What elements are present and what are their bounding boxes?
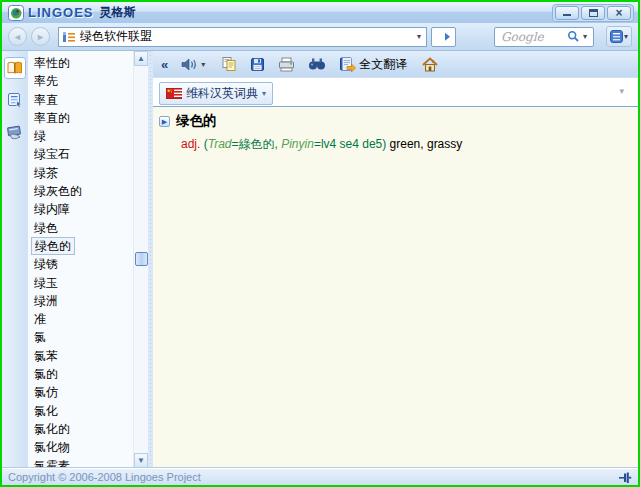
list-item[interactable]: 绿宝石: [28, 145, 133, 163]
dictionary-toolbar: « ▾: [153, 51, 638, 78]
list-item[interactable]: 绿玉: [28, 274, 133, 292]
google-engine-dropdown-icon[interactable]: ▾: [580, 32, 590, 41]
list-item[interactable]: 氯霉素: [28, 457, 133, 468]
reference-mode-button[interactable]: [4, 121, 26, 143]
search-dropdown-icon[interactable]: ▾: [414, 32, 424, 41]
dictionary-tab[interactable]: 维科汉英词典 ▾: [159, 82, 273, 105]
speaker-icon: [181, 57, 198, 72]
scroll-down-icon: ▼: [137, 456, 145, 465]
expand-triangle-glyph: ▶: [162, 118, 167, 125]
dictionary-list-dropdown-icon[interactable]: ▾: [619, 82, 632, 96]
google-search-input[interactable]: Google ▾: [494, 27, 594, 47]
binoculars-icon: [308, 57, 326, 71]
find-button[interactable]: [308, 57, 326, 71]
collapse-entry-icon[interactable]: ▶: [159, 116, 170, 127]
google-watermark: Google: [501, 30, 567, 44]
scroll-up-icon: ▲: [137, 54, 145, 63]
app-title: LINGOES: [28, 5, 94, 20]
list-item[interactable]: 氯化的: [28, 420, 133, 438]
home-icon: [422, 57, 438, 72]
back-button[interactable]: ◄: [8, 27, 27, 46]
dictionary-tab-label: 维科汉英词典: [186, 85, 258, 102]
dictionary-tab-bar: 维科汉英词典 ▾ ▾: [153, 78, 638, 107]
go-button[interactable]: [431, 27, 456, 47]
list-item[interactable]: 氯的: [28, 365, 133, 383]
forward-icon: ►: [36, 32, 45, 42]
history-list-icon: [62, 30, 76, 44]
pin-button[interactable]: [618, 471, 632, 484]
close-button[interactable]: ×: [607, 6, 631, 20]
definition-content: ▶ 绿色的 adj. (Trad=綠色的, Pinyin=lv4 se4 de5…: [153, 107, 638, 468]
list-item[interactable]: 氯: [28, 328, 133, 346]
collapse-panel-button[interactable]: «: [161, 57, 168, 72]
list-item[interactable]: 率直: [28, 91, 133, 109]
part-of-speech: adj.: [181, 137, 200, 151]
list-item[interactable]: 率直的: [28, 109, 133, 127]
list-item[interactable]: 绿灰色的: [28, 182, 133, 200]
main-area: 率性的 率先 率直 率直的 绿 绿宝石 绿茶 绿灰色的 绿内障 绿色 绿色的 绿…: [2, 51, 638, 468]
main-menu-button[interactable]: ▾: [606, 26, 632, 47]
printer-icon: [278, 57, 295, 72]
entry-headword: 绿色的: [176, 112, 217, 130]
trad-value: =綠色的,: [232, 137, 282, 151]
menu-dropdown-icon: ▾: [624, 32, 628, 41]
copy-icon: [221, 56, 237, 72]
parrot-logo-icon: [8, 5, 24, 21]
menu-icon: [610, 30, 623, 43]
form-cursor-icon: [7, 92, 23, 108]
titlebar: LINGOES 灵格斯 ×: [2, 2, 638, 23]
maximize-button[interactable]: [581, 6, 605, 20]
list-item[interactable]: 氯苯: [28, 347, 133, 365]
close-icon: ×: [615, 7, 622, 19]
dictionary-flag-icon: [166, 88, 182, 99]
english-gloss: green, grassy: [390, 137, 463, 151]
word-list-scrollbar[interactable]: ▲ ▼: [133, 51, 148, 468]
list-item[interactable]: 氯化物: [28, 438, 133, 456]
list-item[interactable]: 绿洲: [28, 292, 133, 310]
trad-label: Trad: [208, 137, 232, 151]
search-input[interactable]: 绿色软件联盟 ▾: [58, 27, 427, 47]
list-item[interactable]: 率性的: [28, 54, 133, 72]
result-pane: « ▾: [153, 51, 638, 468]
minimize-button[interactable]: [555, 6, 579, 20]
search-icon[interactable]: [567, 30, 580, 43]
index-mode-button[interactable]: [4, 89, 26, 111]
dictionary-tab-dropdown-icon: ▾: [262, 89, 266, 98]
dictionary-mode-button[interactable]: [4, 57, 26, 79]
save-icon: [250, 57, 265, 72]
print-button[interactable]: [278, 57, 295, 72]
fulltext-translate-button[interactable]: 全文翻译: [339, 56, 407, 73]
list-item[interactable]: 绿: [28, 127, 133, 145]
scrollbar-track[interactable]: [134, 66, 148, 453]
word-list: 率性的 率先 率直 率直的 绿 绿宝石 绿茶 绿灰色的 绿内障 绿色 绿色的 绿…: [28, 51, 133, 468]
home-button[interactable]: [422, 57, 438, 72]
list-item[interactable]: 准: [28, 310, 133, 328]
save-button[interactable]: [250, 57, 265, 72]
lingoes-window: LINGOES 灵格斯 × ◄ ► 绿色软件联盟 ▾: [0, 0, 640, 487]
entry-header: ▶ 绿色的: [159, 112, 630, 130]
scrollbar-thumb[interactable]: [135, 252, 148, 266]
entry-definition: adj. (Trad=綠色的, Pinyin=lv4 se4 de5) gree…: [181, 136, 630, 153]
list-item[interactable]: 氯仿: [28, 383, 133, 401]
copyright-text: Copyright © 2006-2008 Lingoes Project: [8, 471, 201, 483]
list-item-selected[interactable]: 绿色的: [31, 237, 75, 255]
list-item[interactable]: 绿内障: [28, 200, 133, 218]
app-title-cn: 灵格斯: [100, 4, 136, 21]
status-bar: Copyright © 2006-2008 Lingoes Project: [2, 468, 638, 485]
list-item[interactable]: 绿锈: [28, 255, 133, 273]
scroll-up-button[interactable]: ▲: [134, 51, 148, 66]
scroll-down-button[interactable]: ▼: [134, 453, 148, 468]
navigation-toolbar: ◄ ► 绿色软件联盟 ▾ Google ▾: [2, 23, 638, 51]
list-item[interactable]: 率先: [28, 72, 133, 90]
forward-button[interactable]: ►: [31, 27, 50, 46]
pronounce-button[interactable]: ▾: [181, 57, 208, 72]
back-icon: ◄: [13, 32, 22, 42]
search-value: 绿色软件联盟: [80, 28, 414, 45]
pinyin-value: =lv4 se4 de5): [314, 137, 390, 151]
minimize-icon: [563, 14, 571, 16]
list-item[interactable]: 绿色: [28, 219, 133, 237]
list-item[interactable]: 氯化: [28, 402, 133, 420]
window-controls: ×: [552, 4, 634, 22]
list-item[interactable]: 绿茶: [28, 164, 133, 182]
copy-button[interactable]: [221, 56, 237, 72]
